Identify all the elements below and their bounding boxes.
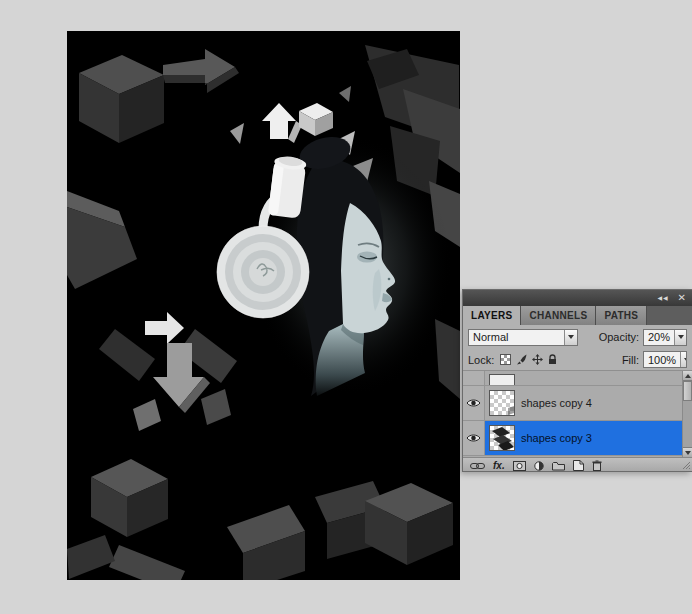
lock-pixels-icon[interactable] <box>516 354 527 365</box>
layer-visibility-toggle[interactable] <box>463 371 485 385</box>
panel-header: ◀◀ ✕ <box>463 290 692 306</box>
layer-row-partial[interactable] <box>463 371 682 386</box>
panel-resize-grip[interactable] <box>682 460 691 472</box>
layer-thumbnail[interactable] <box>489 425 515 451</box>
tab-layers[interactable]: LAYERS <box>463 306 521 325</box>
blend-mode-dropdown[interactable]: Normal <box>468 329 578 346</box>
lock-transparency-icon[interactable] <box>500 354 511 365</box>
chevron-down-icon[interactable] <box>680 352 687 367</box>
scroll-up-icon[interactable] <box>683 371 692 381</box>
new-group-icon[interactable] <box>552 461 565 471</box>
artwork-image <box>67 31 460 580</box>
tab-channels[interactable]: CHANNELS <box>521 306 596 325</box>
layer-row[interactable]: shapes copy 4 <box>463 386 682 421</box>
lock-label: Lock: <box>468 354 494 366</box>
panel-footer: fx. <box>463 457 692 472</box>
document-canvas[interactable] <box>67 31 460 580</box>
new-layer-icon[interactable] <box>573 460 584 471</box>
layer-name: shapes copy 4 <box>521 397 592 409</box>
layer-row-selected[interactable]: shapes copy 3 <box>463 421 682 456</box>
layer-mask-icon[interactable] <box>513 461 526 471</box>
layer-list: shapes copy 4 shapes copy 3 <box>463 370 692 457</box>
scrollbar-thumb[interactable] <box>683 381 692 401</box>
blend-mode-value: Normal <box>469 331 564 343</box>
lock-options-row: Lock: Fill: 100% <box>463 349 692 370</box>
layer-visibility-toggle[interactable] <box>463 386 485 420</box>
fill-label: Fill: <box>622 354 639 366</box>
lock-position-icon[interactable] <box>532 354 543 365</box>
close-panel-icon[interactable]: ✕ <box>678 293 686 303</box>
opacity-value: 20% <box>644 331 674 343</box>
opacity-label: Opacity: <box>599 331 639 343</box>
layer-visibility-toggle[interactable] <box>463 421 485 455</box>
opacity-field[interactable]: 20% <box>643 329 687 346</box>
delete-layer-icon[interactable] <box>592 460 602 471</box>
layer-list-scrollbar[interactable] <box>682 371 692 457</box>
lock-all-icon[interactable] <box>548 354 557 365</box>
photoshop-workspace: { "workspace": { "background_color": "#d… <box>0 0 692 614</box>
eye-icon <box>466 433 481 443</box>
blend-options-row: Normal Opacity: 20% <box>463 325 692 349</box>
layer-thumbnail[interactable] <box>489 374 515 385</box>
chevron-down-icon[interactable] <box>564 330 577 345</box>
layer-style-icon[interactable]: fx. <box>493 461 505 471</box>
collapse-panel-icon[interactable]: ◀◀ <box>657 295 668 301</box>
adjustment-layer-icon[interactable] <box>534 461 544 471</box>
layer-name: shapes copy 3 <box>521 432 592 444</box>
eye-icon <box>466 398 481 408</box>
scroll-down-icon[interactable] <box>683 447 692 457</box>
fill-value: 100% <box>644 354 680 366</box>
tab-paths[interactable]: PATHS <box>596 306 647 325</box>
panel-tab-bar: LAYERS CHANNELS PATHS <box>463 306 692 325</box>
chevron-down-icon[interactable] <box>674 330 687 345</box>
scrollbar-track[interactable] <box>683 401 692 447</box>
layers-panel: ◀◀ ✕ LAYERS CHANNELS PATHS Normal Opacit… <box>462 289 692 472</box>
fill-field[interactable]: 100% <box>643 351 687 368</box>
layer-thumbnail[interactable] <box>489 390 515 416</box>
link-layers-icon[interactable] <box>470 462 485 470</box>
